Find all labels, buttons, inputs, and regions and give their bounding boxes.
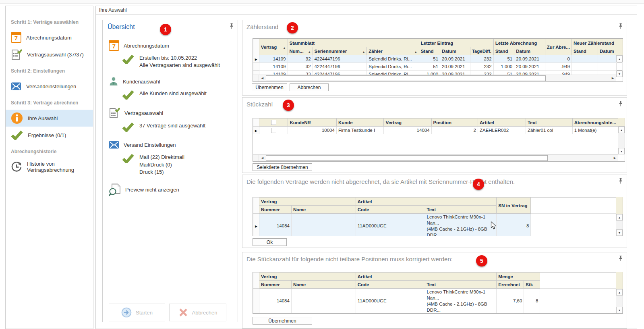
scroll-up-icon[interactable]: ▲ [616, 214, 623, 221]
cell-errechnet[interactable]: 7,60 [497, 289, 524, 314]
col-group-stammblatt[interactable]: Stammblatt [288, 39, 419, 47]
col-header-datum[interactable]: Datum [514, 47, 545, 55]
starten-button[interactable]: Starten [109, 304, 165, 321]
col-header-seriennummer[interactable]: Seriennummer▲ [313, 47, 367, 55]
row-checkbox[interactable] [271, 128, 276, 133]
table-row[interactable]: 14109 32 4224447196 Splendid Drinks, Ri.… [253, 63, 616, 71]
horizontal-scrollbar[interactable]: ◀ ▶ [253, 75, 616, 81]
col-header-datum[interactable]: Datum [598, 47, 616, 55]
col-header-zur-abre[interactable]: Zur Abre... [545, 39, 572, 55]
sidebar-item-versandeinstellungen[interactable]: Versandeinstellungen [6, 78, 93, 95]
col-header-vertrag[interactable]: Vertrag▲ [259, 39, 288, 55]
col-header-stand[interactable]: Stand [572, 47, 598, 55]
cell-seriennummer[interactable]: 4224447196 [313, 63, 367, 71]
col-header-kundenr[interactable]: KundeNR [288, 119, 336, 127]
scroll-down-icon[interactable]: ▼ [616, 229, 623, 236]
cell-artikel[interactable]: ZAEHLER002 [478, 127, 526, 134]
cell-sn-in-vertrag[interactable]: 8 [497, 214, 531, 236]
vertical-scrollbar[interactable]: ▲ ▼ [618, 118, 625, 154]
scroll-down-icon[interactable]: ▼ [616, 71, 623, 77]
cell-text[interactable]: Lenovo ThinkCentre M90n-1 Nan...(4MB Cac… [425, 289, 497, 314]
vertical-scrollbar[interactable]: ▲ ▼ [616, 272, 623, 313]
col-group-vertrag[interactable]: Vertrag [259, 273, 356, 281]
cell-stk[interactable]: 8 [524, 289, 540, 314]
cell-zur-abre[interactable]: -949 [545, 63, 572, 71]
col-header-text[interactable]: Text [425, 281, 497, 289]
col-group-letzte-abrechnung[interactable]: Letzte Abrechnung [493, 39, 545, 47]
pin-icon[interactable] [618, 23, 623, 29]
cell-kunde[interactable]: Firma Testkunde I [336, 127, 384, 134]
cell-position[interactable]: 2 [431, 127, 478, 134]
cell-vertrag[interactable]: 14109 [259, 55, 288, 63]
scroll-up-icon[interactable]: ▲ [618, 127, 625, 133]
scrollbar-thumb[interactable] [617, 62, 622, 71]
scroll-up-icon[interactable]: ▲ [616, 289, 623, 296]
uebernehmen-button[interactable]: Übernehmen [252, 83, 287, 91]
select-all-checkbox[interactable] [271, 120, 276, 125]
sidebar-item-vertragsauswahl[interactable]: Vertragsauswahl (37/37) [6, 46, 93, 63]
cell-stand[interactable]: 1.000 [419, 71, 440, 75]
cell-text[interactable]: Zähler01 col [526, 127, 572, 134]
cell-datum[interactable]: 20.09.2021 [440, 63, 470, 71]
col-header-sn-in-vertrag[interactable]: SN in Vertrag [497, 198, 531, 214]
cell-num[interactable]: 32 [288, 63, 313, 71]
cell-datum[interactable]: 20.09.2021 [514, 71, 545, 75]
cell-zaehler[interactable]: Splendid Drinks, Ri... [367, 55, 419, 63]
col-header-tagediff[interactable]: TageDiff. [470, 47, 493, 55]
sidebar-item-historie[interactable]: Historie von Vertragsabrechnung [6, 158, 93, 175]
cell-stand[interactable]: 51 [419, 55, 440, 63]
cell-stand[interactable]: 51 [493, 55, 514, 63]
sidebar-item-ergebnisse[interactable]: Ergebnisse (0/1) [6, 127, 93, 144]
cell-stand[interactable]: 51 [419, 63, 440, 71]
cell-neuer-datum[interactable] [598, 63, 616, 71]
pin-icon[interactable] [618, 101, 623, 106]
cell-neuer-stand[interactable] [572, 63, 598, 71]
cell-nummer[interactable]: 14084 [259, 214, 291, 236]
cell-zaehler[interactable]: Splendid Drinks, Ri... [367, 71, 419, 75]
scroll-left-icon[interactable]: ◀ [259, 75, 266, 81]
col-header-nummer[interactable]: Nummer [259, 206, 291, 214]
col-header-datum[interactable]: Datum [440, 47, 470, 55]
cell-text[interactable]: Lenovo ThinkCentre M90n-1 Nan...(4MB Cac… [425, 214, 497, 236]
table-row[interactable]: 14109 33 4224447196 Splendid Drinks, Ri.… [253, 71, 616, 75]
cell-num[interactable]: 32 [288, 55, 313, 63]
col-header-name[interactable]: Name [291, 281, 356, 289]
cell-vertrag[interactable]: 14109 [259, 71, 288, 75]
col-header-stand[interactable]: Stand [419, 47, 440, 55]
cell-tagediff[interactable]: 232 [470, 55, 493, 63]
abbrechen-button[interactable]: Abbrechen [169, 304, 226, 321]
cell-code[interactable]: 11AD000UGE [356, 214, 425, 236]
col-header-name[interactable]: Name [291, 206, 356, 214]
col-group-menge[interactable]: Menge [497, 273, 540, 281]
cell-vertrag[interactable]: 14084 [384, 127, 431, 134]
cell-neuer-datum[interactable] [598, 71, 616, 75]
selektierte-uebernehmen-button[interactable]: Selektierte übernehmen [253, 163, 312, 171]
col-group-neuer-zaehlerstand[interactable]: Neuer Zählerstand [572, 39, 616, 47]
table-row[interactable]: ▶ 10004 Firma Testkunde I 14084 2 ZAEHLE… [253, 127, 618, 134]
cell-name[interactable] [291, 214, 356, 236]
scrollbar-thumb[interactable] [266, 75, 546, 81]
table-row[interactable]: 14084 11AD000UGE Lenovo ThinkCentre M90n… [253, 289, 616, 314]
col-header-errechnet[interactable]: Errechnet [497, 281, 524, 289]
col-group-artikel[interactable]: Artikel [356, 273, 497, 281]
col-group-vertrag[interactable]: Vertrag [259, 198, 356, 206]
cell-kundenr[interactable]: 10004 [288, 127, 336, 134]
col-header-stk[interactable]: Stk [524, 281, 540, 289]
scroll-up-icon[interactable]: ▲ [616, 56, 623, 62]
abbrechen-button[interactable]: Abbrechen [290, 83, 329, 91]
col-group-artikel[interactable]: Artikel [356, 198, 497, 206]
horizontal-scrollbar[interactable]: ◀ ▶ [253, 154, 618, 161]
cell-zur-abre[interactable]: 0 [545, 55, 572, 63]
sidebar-item-ihre-auswahl[interactable]: Ihre Auswahl [6, 110, 93, 127]
cell-datum[interactable]: 20.09.2021 [514, 63, 545, 71]
sidebar-item-abrechnungsdatum[interactable]: 7 Abrechnungsdatum [6, 29, 93, 46]
col-header-zaehler[interactable]: Zähler▲ [367, 47, 419, 55]
cell-vertrag[interactable]: 14109 [259, 63, 288, 71]
pin-icon[interactable] [618, 256, 623, 261]
col-group-letzter-eintrag[interactable]: Letzter Eintrag [419, 39, 493, 47]
col-header-kunde[interactable]: Kunde [336, 119, 384, 127]
col-header-select[interactable] [259, 119, 288, 127]
table-row[interactable]: ▶ 14084 11AD000UGE Lenovo ThinkCentre M9… [253, 214, 616, 236]
cell-zur-abre[interactable]: 949 [545, 71, 572, 75]
cell-neuer-datum[interactable] [598, 55, 616, 63]
